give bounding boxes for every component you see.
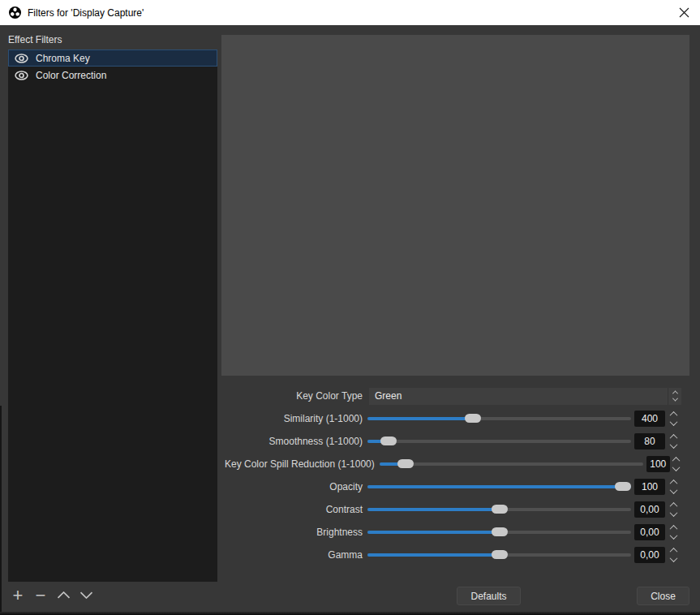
- window-bottom-edge: [0, 612, 700, 615]
- opacity-slider[interactable]: [367, 475, 631, 498]
- contrast-slider[interactable]: [367, 498, 631, 521]
- similarity-1-1000-value-input[interactable]: 400: [634, 411, 665, 427]
- slider-track[interactable]: [380, 462, 643, 466]
- filter-row-chroma-key[interactable]: Chroma Key: [8, 49, 217, 67]
- close-icon: [679, 7, 689, 18]
- spin-down-button[interactable]: [672, 464, 681, 473]
- slider-handle[interactable]: [492, 527, 508, 536]
- spin-down-button[interactable]: [667, 532, 680, 541]
- chevron-down-icon: [669, 554, 677, 562]
- slider-fill: [367, 417, 473, 420]
- minus-icon: −: [36, 588, 46, 603]
- chevron-down-icon: [672, 396, 677, 402]
- property-row-gamma: Gamma0,00: [225, 544, 681, 566]
- slider-fill: [367, 531, 500, 534]
- key-color-spill-reduction-1-1000-slider[interactable]: [380, 453, 643, 475]
- slider-fill: [367, 553, 500, 557]
- filter-properties: Key Color TypeGreenSimilarity (1-1000)40…: [225, 385, 681, 566]
- spin-arrows: [672, 454, 681, 474]
- property-label: Contrast: [225, 504, 363, 515]
- slider-fill: [367, 508, 500, 511]
- gamma-value-input[interactable]: 0,00: [634, 547, 665, 563]
- smoothness-1-1000-value-input[interactable]: 80: [634, 433, 665, 449]
- slider-handle[interactable]: [492, 505, 508, 514]
- spin-down-button[interactable]: [667, 419, 680, 428]
- filter-preview-area: [221, 35, 689, 376]
- spin-arrows: [667, 500, 680, 519]
- add-filter-button[interactable]: +: [10, 587, 26, 604]
- filters-toolbar: +−: [10, 587, 94, 604]
- chevron-down-icon: [672, 463, 681, 471]
- property-row-contrast: Contrast0,00: [225, 498, 681, 521]
- property-label: Similarity (1-1000): [225, 413, 363, 424]
- filter-row-color-correction[interactable]: Color Correction: [8, 67, 217, 84]
- slider-handle[interactable]: [397, 459, 414, 468]
- brightness-value-input[interactable]: 0,00: [634, 524, 665, 540]
- filters-dialog: { "window": { "title": "Filters for 'Dis…: [0, 0, 700, 615]
- brightness-slider[interactable]: [367, 521, 631, 544]
- titlebar[interactable]: Filters for 'Display Capture': [0, 0, 700, 25]
- chevron-down-icon: [79, 589, 93, 601]
- property-row-similarity-1-1000: Similarity (1-1000)400: [225, 407, 681, 430]
- slider-fill: [367, 485, 631, 488]
- combo-arrows[interactable]: [668, 388, 681, 405]
- gamma-slider[interactable]: [367, 544, 631, 566]
- spin-up-button[interactable]: [672, 455, 681, 464]
- slider-handle[interactable]: [492, 550, 508, 559]
- spin-arrows: [667, 477, 680, 497]
- spin-arrows: [667, 523, 680, 542]
- chevron-down-icon: [669, 441, 677, 449]
- property-row-key-color-spill-reduction-1-1000: Key Color Spill Reduction (1-1000)100: [225, 453, 681, 475]
- property-label: Key Color Spill Reduction (1-1000): [225, 458, 375, 470]
- filter-name: Color Correction: [36, 70, 106, 81]
- key-color-type-combo[interactable]: Green: [369, 388, 681, 405]
- spin-down-button[interactable]: [667, 555, 680, 564]
- background-edge: [0, 406, 2, 615]
- titlebar-close-button[interactable]: [671, 1, 697, 24]
- spin-down-button[interactable]: [667, 510, 680, 518]
- slider-handle[interactable]: [465, 414, 481, 423]
- property-label: Opacity: [225, 481, 363, 492]
- visibility-eye-icon[interactable]: [15, 54, 28, 63]
- chevron-up-icon: [57, 589, 71, 601]
- chevron-down-icon: [669, 418, 677, 426]
- opacity-value-input[interactable]: 100: [634, 479, 665, 495]
- move-filter-up-button[interactable]: [55, 587, 71, 604]
- similarity-1-1000-slider[interactable]: [367, 407, 631, 430]
- spin-down-button[interactable]: [667, 487, 680, 496]
- property-label: Smoothness (1-1000): [225, 436, 363, 447]
- obs-logo-icon: [9, 6, 21, 19]
- key-color-spill-reduction-1-1000-value-input[interactable]: 100: [646, 456, 670, 472]
- chevron-down-icon: [669, 531, 677, 540]
- property-label: Key Color Type: [225, 390, 363, 402]
- spin-down-button[interactable]: [667, 441, 680, 450]
- chevron-down-icon: [669, 509, 677, 517]
- property-label: Brightness: [225, 527, 363, 538]
- filter-name: Chroma Key: [36, 53, 90, 64]
- slider-handle[interactable]: [615, 482, 631, 491]
- slider-track[interactable]: [367, 440, 631, 443]
- window-title: Filters for 'Display Capture': [28, 7, 144, 19]
- property-label: Gamma: [225, 549, 363, 561]
- spin-arrows: [667, 545, 680, 565]
- move-filter-down-button[interactable]: [78, 587, 94, 604]
- visibility-eye-icon[interactable]: [15, 71, 28, 80]
- chevron-down-icon: [669, 486, 677, 494]
- property-row-brightness: Brightness0,00: [225, 521, 681, 544]
- property-row-opacity: Opacity100: [225, 475, 681, 498]
- defaults-button[interactable]: Defaults: [457, 587, 521, 605]
- plus-icon: +: [13, 588, 24, 603]
- effect-filters-heading: Effect Filters: [8, 34, 62, 45]
- close-button[interactable]: Close: [637, 587, 689, 605]
- smoothness-1-1000-slider[interactable]: [367, 430, 631, 453]
- property-row-smoothness-1-1000: Smoothness (1-1000)80: [225, 430, 681, 453]
- spin-arrows: [667, 432, 680, 451]
- spin-arrows: [667, 409, 680, 428]
- effect-filters-list: Chroma KeyColor Correction: [8, 49, 217, 582]
- combo-selected-value: Green: [369, 390, 668, 402]
- property-row-key-color-type: Key Color TypeGreen: [225, 385, 681, 407]
- slider-handle[interactable]: [380, 437, 397, 445]
- contrast-value-input[interactable]: 0,00: [634, 501, 665, 518]
- remove-filter-button[interactable]: −: [32, 587, 49, 604]
